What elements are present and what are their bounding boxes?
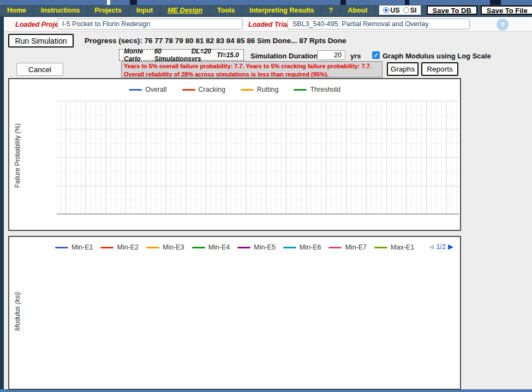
- legend-item-min-e3: Min-E3: [146, 243, 184, 251]
- graphs-button[interactable]: Graphs: [387, 62, 419, 76]
- save-to-file-button[interactable]: Save To File: [481, 5, 532, 15]
- legend-item-min-e2: Min-E2: [100, 243, 139, 251]
- legend-label: Min-E7: [345, 243, 367, 251]
- legend-item-min-e4: Min-E4: [192, 243, 230, 251]
- monte-carlo-label: Monte Carlo: [124, 47, 154, 63]
- legend-swatch-min-e4: [192, 247, 205, 248]
- legend-swatch-min-e3: [146, 247, 159, 248]
- loaded-trial-label: Loaded Trial:: [248, 21, 291, 28]
- nav-item-me-design[interactable]: ME Design: [160, 5, 210, 16]
- legend-item-min-e7: Min-E7: [328, 243, 367, 251]
- reliability-warning: Years to 5% overall failure probability:…: [121, 61, 382, 78]
- title-text-fragment: [340, 0, 346, 5]
- legend-label: Overall: [145, 86, 167, 93]
- legend-label: Threshold: [310, 86, 340, 93]
- nav-items: HomeInstructionsProjectsInputME DesignTo…: [0, 5, 375, 16]
- app-window: HomeInstructionsProjectsInputME DesignTo…: [0, 0, 532, 392]
- radio-us-circle: [383, 7, 389, 13]
- legend-swatch-min-e2: [100, 247, 113, 248]
- reports-button[interactable]: Reports: [421, 62, 458, 76]
- legend-item-min-e6: Min-E6: [283, 243, 321, 251]
- legend-swatch-overall: [129, 89, 142, 91]
- title-text-fragment: [107, 0, 110, 5]
- sim-duration-input[interactable]: [317, 50, 345, 60]
- legend-item-threshold: Threshold: [294, 86, 340, 93]
- legend-item-max-e1: Max-E1: [374, 243, 414, 251]
- nav-item-tools[interactable]: Tools: [210, 5, 242, 16]
- legend-label: Min-E5: [254, 243, 276, 251]
- nav-item--[interactable]: ?: [322, 5, 341, 16]
- title-text-fragment: [490, 0, 501, 5]
- legend-item-min-e1: Min-E1: [55, 243, 93, 251]
- log-scale-label: Graph Modulus using Log Scale: [382, 52, 491, 60]
- window-title-strip: [0, 0, 532, 5]
- legend-page-indicator: 1/2: [437, 243, 446, 251]
- progress-text: Progress (secs): 76 77 78 79 80 81 82 83…: [85, 37, 346, 45]
- units-toggle: US SI: [379, 5, 420, 15]
- radio-si[interactable]: SI: [403, 7, 417, 14]
- log-scale-checkbox[interactable]: ✓: [372, 51, 380, 59]
- legend-label: Cracking: [199, 86, 225, 93]
- legend-pager: ◀ 1/2 ▶: [429, 242, 453, 251]
- design-life: DL=20 yrs: [192, 47, 217, 63]
- legend-label: Min-E6: [300, 243, 321, 251]
- nav-item-interpreting-results[interactable]: Interpreting Results: [242, 5, 321, 16]
- nav-item-projects[interactable]: Projects: [87, 5, 129, 16]
- legend-swatch-min-e6: [283, 247, 296, 248]
- help-icon[interactable]: ?: [497, 19, 509, 31]
- legend-item-overall: Overall: [129, 86, 167, 93]
- nav-item-input[interactable]: Input: [129, 5, 161, 16]
- radio-si-circle: [403, 7, 409, 13]
- legend-swatch-cracking: [182, 89, 195, 91]
- run-simulation-button[interactable]: Run Simulation: [8, 34, 74, 47]
- legend-next-icon[interactable]: ▶: [448, 242, 453, 251]
- legend-label: Max-E1: [391, 243, 414, 251]
- traffic-index: TI=15.0: [217, 51, 239, 59]
- save-to-db-button[interactable]: Save To DB: [427, 5, 477, 15]
- radio-us-label: US: [390, 7, 399, 14]
- title-text-fragment: [130, 0, 137, 5]
- radio-us[interactable]: US: [383, 7, 399, 14]
- loaded-info-row: Loaded Project: Loaded Trial: ?: [4, 17, 532, 32]
- nav-item-about[interactable]: About: [340, 5, 375, 16]
- legend-prev-icon[interactable]: ◀: [429, 242, 434, 251]
- failure-probability-chart: [14, 96, 459, 230]
- legend-item-cracking: Cracking: [182, 86, 225, 93]
- modulus-panel: Min-E1Min-E2Min-E3Min-E4Min-E5Min-E6Min-…: [8, 236, 461, 390]
- failure-chart-legend: OverallCrackingRuttingThreshold: [9, 86, 460, 93]
- main-navbar: HomeInstructionsProjectsInputME DesignTo…: [0, 5, 532, 17]
- loaded-trial-field[interactable]: [288, 19, 470, 29]
- sim-duration-units: yrs: [350, 52, 361, 60]
- modulus-chart: [14, 251, 459, 388]
- legend-item-min-e5: Min-E5: [237, 243, 276, 251]
- legend-label: Rutting: [257, 86, 279, 93]
- legend-label: Min-E1: [71, 243, 93, 251]
- radio-si-label: SI: [410, 7, 417, 14]
- simulations-count: 60 Simulations: [154, 47, 192, 63]
- monte-carlo-summary: Monte Carlo 60 Simulations DL=20 yrs TI=…: [119, 49, 244, 61]
- legend-swatch-threshold: [294, 89, 307, 91]
- nav-item-instructions[interactable]: Instructions: [34, 5, 88, 16]
- cancel-button[interactable]: Cancel: [16, 63, 63, 76]
- nav-item-home[interactable]: Home: [0, 5, 34, 16]
- legend-swatch-max-e1: [374, 247, 387, 248]
- legend-label: Min-E3: [163, 243, 184, 251]
- legend-label: Min-E4: [208, 243, 230, 251]
- legend-swatch-min-e7: [328, 247, 342, 248]
- legend-item-rutting: Rutting: [241, 86, 279, 93]
- modulus-chart-legend: Min-E1Min-E2Min-E3Min-E4Min-E5Min-E6Min-…: [9, 243, 460, 251]
- legend-label: Min-E2: [117, 243, 139, 251]
- legend-swatch-min-e1: [55, 247, 68, 248]
- sim-duration-label: Simulation Duration: [250, 52, 318, 60]
- window-left-edge: [0, 17, 4, 389]
- failure-probability-panel: OverallCrackingRuttingThreshold Failure …: [8, 78, 461, 231]
- loaded-project-field[interactable]: [57, 19, 243, 29]
- legend-swatch-rutting: [241, 89, 254, 91]
- legend-swatch-min-e5: [237, 247, 250, 248]
- title-text-fragment: [405, 0, 409, 5]
